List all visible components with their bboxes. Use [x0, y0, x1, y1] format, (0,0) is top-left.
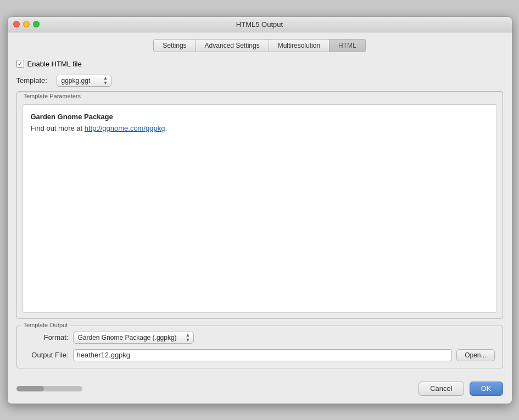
template-select[interactable]: ggpkg.ggt [57, 75, 111, 87]
traffic-lights [13, 21, 40, 27]
tab-html[interactable]: HTML [330, 39, 366, 52]
template-row: Template: ggpkg.ggt ▲▼ [16, 75, 503, 87]
template-params-heading: Garden Gnome Package [31, 113, 489, 121]
titlebar: HTML5 Output [8, 17, 512, 32]
bottom-bar: Cancel OK [8, 377, 512, 404]
template-parameters-legend: Template Parameters [21, 93, 83, 99]
format-select[interactable]: Garden Gnome Package (.ggpkg) [73, 332, 194, 344]
template-parameters-section: Template Parameters Garden Gnome Package… [16, 91, 503, 319]
tab-advanced-settings[interactable]: Advanced Settings [196, 39, 269, 52]
cancel-button[interactable]: Cancel [418, 382, 464, 396]
enable-html-checkbox[interactable]: ✓ [16, 60, 24, 68]
template-output-section: Template Output Format: Garden Gnome Pac… [16, 326, 503, 368]
template-params-link[interactable]: http://ggnome.com/ggpkg [85, 124, 165, 132]
content-area: Settings Advanced Settings Multiresoluti… [8, 32, 512, 377]
main-window: HTML5 Output Settings Advanced Settings … [7, 16, 512, 404]
format-select-wrapper: Garden Gnome Package (.ggpkg) ▲▼ [73, 332, 194, 344]
maximize-button[interactable] [33, 21, 40, 27]
tab-multiresolution[interactable]: Multiresolution [269, 39, 330, 52]
output-file-label: Output File: [25, 351, 69, 359]
open-button[interactable]: Open... [456, 349, 494, 361]
format-label: Format: [25, 333, 69, 341]
ok-button[interactable]: OK [470, 382, 503, 396]
template-parameters-inner: Garden Gnome Package Find out more at ht… [17, 100, 503, 318]
action-buttons: Cancel OK [418, 382, 503, 396]
tab-bar: Settings Advanced Settings Multiresoluti… [16, 39, 503, 52]
description-suffix: . [165, 124, 167, 132]
template-label: Template: [16, 76, 52, 85]
minimize-button[interactable] [23, 21, 30, 27]
template-select-wrapper: ggpkg.ggt ▲▼ [57, 75, 111, 87]
close-button[interactable] [13, 21, 20, 27]
description-text: Find out more at [31, 124, 85, 132]
format-row: Format: Garden Gnome Package (.ggpkg) ▲▼ [25, 332, 495, 344]
output-file-row: Output File: Open... [25, 349, 495, 361]
scroll-thumb [16, 386, 44, 391]
tab-settings[interactable]: Settings [153, 39, 196, 52]
enable-html-row: ✓ Enable HTML file [16, 60, 503, 68]
scrollbar[interactable] [16, 386, 82, 391]
template-output-legend: Template Output [21, 322, 70, 328]
template-parameters-content: Garden Gnome Package Find out more at ht… [23, 104, 497, 313]
enable-html-label: Enable HTML file [27, 60, 82, 68]
window-title: HTML5 Output [236, 20, 283, 29]
output-file-input[interactable] [73, 349, 453, 361]
template-params-description: Find out more at http://ggnome.com/ggpkg… [31, 124, 489, 132]
